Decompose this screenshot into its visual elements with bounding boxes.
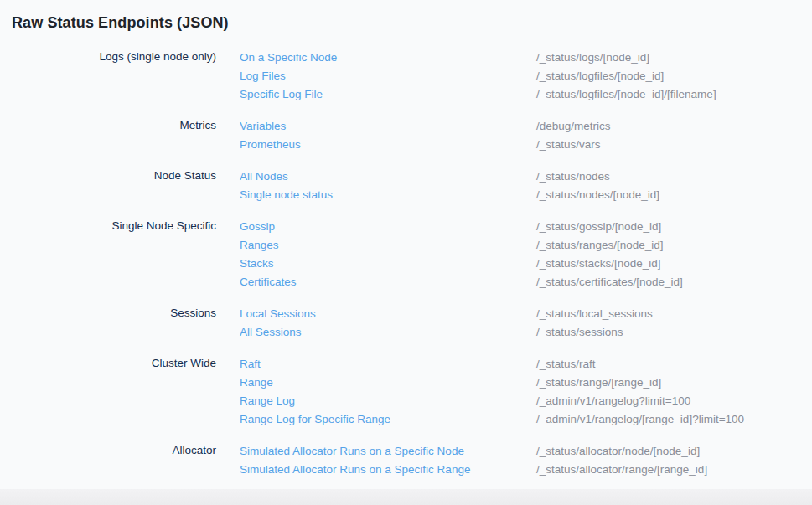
- endpoint-paths-column: /_status/nodes/_status/nodes/[node_id]: [536, 167, 812, 204]
- endpoint-path: /_status/range/[range_id]: [536, 376, 661, 389]
- endpoint-link[interactable]: Range: [240, 376, 273, 389]
- endpoint-link[interactable]: Gossip: [240, 220, 275, 233]
- endpoint-path-row: /_status/sessions: [536, 322, 812, 341]
- endpoint-paths-column: /_status/raft/_status/range/[range_id]/_…: [536, 354, 812, 428]
- endpoint-path-row: /_status/allocator/range/[range_id]: [536, 460, 812, 478]
- endpoint-link[interactable]: Simulated Allocator Runs on a Specific N…: [240, 445, 464, 457]
- endpoint-path-row: /_status/gossip/[node_id]: [536, 217, 812, 235]
- endpoint-path-row: /_status/range/[range_id]: [536, 373, 812, 391]
- endpoint-path: /_status/nodes: [536, 170, 610, 183]
- endpoint-path: /_status/ranges/[node_id]: [536, 239, 664, 251]
- endpoint-link[interactable]: Local Sessions: [240, 307, 316, 320]
- endpoint-row: Log Files: [240, 66, 536, 85]
- endpoint-path-row: /_admin/v1/rangelog/[range_id]?limit=100: [536, 410, 812, 428]
- endpoint-path: /_status/allocator/range/[range_id]: [536, 463, 707, 476]
- section-category-column: Single Node Specific: [0, 217, 216, 235]
- endpoint-sections: Logs (single node only)On a Specific Nod…: [0, 48, 812, 478]
- endpoint-path-row: /_status/stacks/[node_id]: [536, 254, 812, 272]
- endpoint-path: /_status/raft: [536, 358, 596, 370]
- endpoint-path: /_status/allocator/node/[node_id]: [536, 445, 700, 457]
- endpoint-path: /_status/logs/[node_id]: [536, 51, 649, 64]
- endpoint-path: /_status/logfiles/[node_id]: [536, 70, 664, 82]
- endpoint-path-row: /_status/local_sessions: [536, 304, 812, 322]
- endpoint-link[interactable]: Range Log for Specific Range: [240, 413, 390, 425]
- endpoint-section: MetricsVariablesPrometheus/debug/metrics…: [0, 116, 812, 153]
- endpoint-path-row: /_status/nodes: [536, 167, 812, 185]
- endpoint-links-column: Local SessionsAll Sessions: [240, 304, 536, 341]
- endpoint-path: /_status/logfiles/[node_id]/[filename]: [536, 88, 716, 100]
- endpoint-row: Single node status: [240, 185, 536, 204]
- endpoint-path: /_status/vars: [536, 138, 601, 151]
- endpoint-path: /debug/metrics: [536, 120, 611, 132]
- endpoint-link[interactable]: Stacks: [240, 257, 274, 270]
- section-category-column: Sessions: [0, 304, 216, 322]
- endpoint-row: Local Sessions: [240, 304, 536, 322]
- endpoint-row: Simulated Allocator Runs on a Specific N…: [240, 441, 536, 460]
- endpoint-path: /_status/gossip/[node_id]: [536, 220, 661, 233]
- endpoint-link[interactable]: Range Log: [240, 394, 295, 407]
- endpoint-link[interactable]: All Nodes: [240, 170, 288, 183]
- endpoint-path: /_status/sessions: [536, 326, 623, 338]
- endpoint-row: Stacks: [240, 254, 536, 272]
- endpoint-row: Range Log for Specific Range: [240, 410, 536, 428]
- endpoint-path-row: /_status/nodes/[node_id]: [536, 185, 812, 204]
- endpoint-link[interactable]: Single node status: [240, 188, 333, 201]
- endpoint-path: /_status/local_sessions: [536, 307, 653, 320]
- endpoint-row: All Sessions: [240, 322, 536, 341]
- endpoint-paths-column: /_status/logs/[node_id]/_status/logfiles…: [536, 48, 812, 103]
- endpoint-link[interactable]: Variables: [240, 120, 286, 132]
- endpoint-path-row: /_status/raft: [536, 354, 812, 373]
- endpoint-row: Specific Log File: [240, 85, 536, 103]
- endpoint-link[interactable]: Log Files: [240, 70, 286, 82]
- endpoint-row: All Nodes: [240, 167, 536, 185]
- endpoint-link[interactable]: Simulated Allocator Runs on a Specific R…: [240, 463, 470, 476]
- section-category: Sessions: [170, 304, 216, 322]
- endpoint-row: Simulated Allocator Runs on a Specific R…: [240, 460, 536, 478]
- endpoint-row: Ranges: [240, 235, 536, 254]
- section-category: Single Node Specific: [111, 217, 216, 235]
- endpoint-row: Gossip: [240, 217, 536, 235]
- endpoint-path: /_admin/v1/rangelog?limit=100: [536, 394, 690, 407]
- endpoint-link[interactable]: Raft: [240, 358, 261, 370]
- endpoint-path: /_status/nodes/[node_id]: [536, 188, 659, 201]
- endpoint-path: /_status/stacks/[node_id]: [536, 257, 661, 270]
- endpoint-links-column: GossipRangesStacksCertificates: [240, 217, 536, 291]
- section-category-column: Logs (single node only): [0, 48, 216, 66]
- section-category: Logs (single node only): [99, 48, 216, 66]
- endpoint-link[interactable]: All Sessions: [240, 326, 302, 338]
- endpoint-path: /_status/certificates/[node_id]: [536, 276, 683, 288]
- endpoint-section: Logs (single node only)On a Specific Nod…: [0, 48, 812, 103]
- endpoint-section: Node StatusAll NodesSingle node status/_…: [0, 167, 812, 204]
- endpoint-path-row: /debug/metrics: [536, 116, 812, 135]
- endpoint-path-row: /_status/logfiles/[node_id]: [536, 66, 812, 85]
- footer-strip: [0, 489, 812, 505]
- endpoint-row: Prometheus: [240, 135, 536, 153]
- endpoint-path-row: /_admin/v1/rangelog?limit=100: [536, 391, 812, 410]
- endpoint-link[interactable]: Ranges: [240, 239, 279, 251]
- endpoint-row: On a Specific Node: [240, 48, 536, 66]
- endpoint-links-column: On a Specific NodeLog FilesSpecific Log …: [240, 48, 536, 103]
- section-category: Metrics: [180, 116, 217, 135]
- endpoint-row: Certificates: [240, 272, 536, 291]
- endpoint-path-row: /_status/certificates/[node_id]: [536, 272, 812, 291]
- page-title: Raw Status Endpoints (JSON): [0, 0, 812, 33]
- section-category: Node Status: [154, 167, 216, 185]
- endpoint-link[interactable]: Certificates: [240, 276, 297, 288]
- endpoint-path-row: /_status/allocator/node/[node_id]: [536, 441, 812, 460]
- endpoint-path-row: /_status/logs/[node_id]: [536, 48, 812, 66]
- endpoint-paths-column: /debug/metrics/_status/vars: [536, 116, 812, 153]
- endpoint-row: Raft: [240, 354, 536, 373]
- endpoint-link[interactable]: On a Specific Node: [240, 51, 337, 64]
- section-category-column: Node Status: [0, 167, 216, 185]
- endpoint-row: Variables: [240, 116, 536, 135]
- debug-endpoints-page: Raw Status Endpoints (JSON) Logs (single…: [0, 0, 812, 505]
- section-category: Allocator: [172, 441, 216, 460]
- section-category-column: Cluster Wide: [0, 354, 216, 373]
- section-category: Cluster Wide: [152, 354, 216, 373]
- section-category-column: Allocator: [0, 441, 216, 460]
- endpoint-link[interactable]: Prometheus: [240, 138, 301, 151]
- endpoint-link[interactable]: Specific Log File: [240, 88, 323, 100]
- endpoint-links-column: All NodesSingle node status: [240, 167, 536, 204]
- endpoint-path-row: /_status/logfiles/[node_id]/[filename]: [536, 85, 812, 103]
- section-category-column: Metrics: [0, 116, 216, 135]
